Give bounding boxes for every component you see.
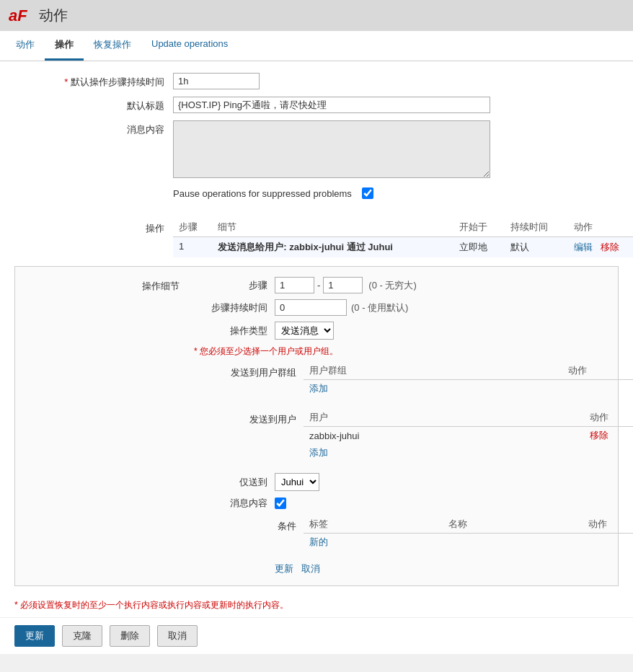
user-table: 用户 动作 zabbix-juhui 移除 bbox=[304, 409, 633, 461]
row-detail-text: 发送消息给用户: zabbix-juhui 通过 Juhui bbox=[218, 242, 393, 252]
op-detail-content: 步骤 - (0 - 无穷大) 步骤持续时间 (0 - 使用默认) bbox=[188, 277, 633, 575]
col-action: 动作 bbox=[568, 218, 633, 237]
step-from-input[interactable] bbox=[275, 277, 314, 293]
step-duration-row: 步骤持续时间 (0 - 使用默认) bbox=[188, 299, 633, 316]
operations-section: 操作 步骤 细节 开始于 持续时间 动作 1 bbox=[0, 218, 633, 257]
update-button[interactable]: 更新 bbox=[14, 625, 55, 647]
step-dash: - bbox=[317, 280, 320, 291]
user-row-1: zabbix-juhui 移除 bbox=[304, 427, 633, 445]
ops-label-row: 操作 步骤 细节 开始于 持续时间 动作 1 bbox=[14, 218, 619, 257]
cond-add-link[interactable]: 新的 bbox=[309, 536, 328, 547]
user-section-row: 发送到用户 用户 动作 bbox=[188, 409, 633, 466]
col-start: 开始于 bbox=[453, 218, 505, 237]
op-detail-main-label: 操作细节 bbox=[30, 277, 188, 293]
col-duration: 持续时间 bbox=[505, 218, 568, 237]
default-duration-input[interactable] bbox=[173, 73, 260, 89]
user-section-content: 用户 动作 zabbix-juhui 移除 bbox=[304, 409, 633, 466]
u-col-action: 动作 bbox=[584, 409, 633, 427]
edit-link[interactable]: 编辑 bbox=[574, 242, 593, 252]
user-group-content: 用户群组 动作 添加 bbox=[304, 362, 633, 402]
tabs: 动作 操作 恢复操作 Update operations bbox=[0, 31, 633, 61]
user-name: zabbix-juhui bbox=[304, 427, 584, 445]
u-col-user: 用户 bbox=[304, 409, 584, 427]
pause-row: Pause operations for suppressed problems bbox=[14, 187, 619, 199]
tab-recovery[interactable]: 恢复操作 bbox=[84, 31, 141, 61]
default-subject-input[interactable] bbox=[173, 97, 490, 113]
msg-content-label: 消息内容 bbox=[188, 497, 275, 510]
user-group-row: 发送到用户群组 用户群组 动作 bbox=[188, 362, 633, 402]
message-content-textarea[interactable] bbox=[173, 120, 490, 178]
op-update-link[interactable]: 更新 bbox=[275, 563, 293, 574]
default-subject-label: 默认标题 bbox=[14, 97, 173, 112]
op-detail-section: 操作细节 步骤 - (0 - 无穷大) 步骤持续时间 bbox=[14, 266, 619, 586]
send-to-select[interactable]: Juhui bbox=[275, 473, 319, 491]
op-detail-buttons: 更新 取消 bbox=[275, 562, 633, 575]
user-add-link[interactable]: 添加 bbox=[309, 447, 328, 458]
main-content: 动作 操作 恢复操作 Update operations 默认操作步骤持续时间 … bbox=[0, 31, 633, 654]
cancel-button[interactable]: 取消 bbox=[157, 625, 198, 647]
op-type-row: 操作类型 发送消息 bbox=[188, 322, 633, 340]
cond-col-tag: 标签 bbox=[304, 516, 443, 534]
conditions-label: 条件 bbox=[188, 516, 304, 533]
op-detail-label-row: 操作细节 步骤 - (0 - 无穷大) 步骤持续时间 bbox=[30, 277, 603, 575]
pause-text: Pause operations for suppressed problems bbox=[173, 188, 352, 199]
top-bar: aF 动作 bbox=[0, 0, 633, 31]
user-group-table: 用户群组 动作 添加 bbox=[304, 362, 633, 397]
page-title: 动作 bbox=[39, 6, 68, 25]
step-hint: (0 - 无穷大) bbox=[368, 279, 416, 292]
ug-col-action: 动作 bbox=[562, 362, 633, 380]
step-to-input[interactable] bbox=[323, 277, 363, 293]
form-section: 默认操作步骤持续时间 默认标题 消息内容 Pause operations fo… bbox=[0, 61, 633, 218]
op-detail-wrapper: 操作细节 步骤 - (0 - 无穷大) 步骤持续时间 bbox=[0, 266, 633, 586]
row-actions: 编辑 移除 bbox=[568, 237, 633, 258]
ug-add-row: 添加 bbox=[304, 380, 633, 398]
cond-col-action: 动作 bbox=[583, 516, 633, 534]
step-duration-label: 步骤持续时间 bbox=[188, 301, 275, 314]
message-content-control bbox=[173, 120, 619, 180]
tab-operations[interactable]: 操作 bbox=[45, 31, 84, 61]
tab-actions[interactable]: 动作 bbox=[6, 31, 45, 61]
op-cancel-link[interactable]: 取消 bbox=[301, 563, 320, 574]
clone-button[interactable]: 克隆 bbox=[62, 625, 102, 647]
default-subject-control bbox=[173, 97, 619, 113]
pause-control: Pause operations for suppressed problems bbox=[173, 187, 619, 199]
op-type-select[interactable]: 发送消息 bbox=[275, 322, 334, 340]
table-row: 1 发送消息给用户: zabbix-juhui 通过 Juhui 立即地 默认 … bbox=[173, 237, 633, 258]
duration-hint: (0 - 使用默认) bbox=[351, 301, 408, 314]
ops-table-wrap: 步骤 细节 开始于 持续时间 动作 1 发送消息给用户: zabbix-juhu… bbox=[173, 218, 633, 257]
ug-add-link[interactable]: 添加 bbox=[309, 383, 328, 394]
col-detail: 细节 bbox=[212, 218, 453, 237]
step-row: 步骤 - (0 - 无穷大) bbox=[188, 277, 633, 293]
ops-table: 步骤 细节 开始于 持续时间 动作 1 发送消息给用户: zabbix-juhu… bbox=[173, 218, 633, 257]
ug-col-group: 用户群组 bbox=[304, 362, 562, 380]
logo: aF bbox=[9, 6, 27, 25]
must-select-note: * 您必须至少选择一个用户或用户组。 bbox=[194, 345, 633, 358]
msg-content-row: 消息内容 bbox=[188, 497, 633, 510]
ops-section-label: 操作 bbox=[14, 218, 173, 235]
pause-label bbox=[14, 187, 173, 190]
op-type-label: 操作类型 bbox=[188, 324, 275, 337]
pause-checkbox[interactable] bbox=[362, 187, 373, 199]
step-range: - (0 - 无穷大) bbox=[275, 277, 417, 293]
remove-link[interactable]: 移除 bbox=[601, 242, 619, 252]
cond-col-name: 名称 bbox=[443, 516, 582, 534]
default-duration-control bbox=[173, 73, 619, 89]
msg-content-checkbox[interactable] bbox=[275, 498, 286, 509]
step-label: 步骤 bbox=[188, 279, 275, 292]
default-duration-label: 默认操作步骤持续时间 bbox=[14, 73, 173, 89]
default-subject-row: 默认标题 bbox=[14, 97, 619, 113]
conditions-table: 标签 名称 动作 新的 bbox=[304, 516, 633, 551]
delete-button[interactable]: 删除 bbox=[110, 625, 150, 647]
col-step: 步骤 bbox=[173, 218, 212, 237]
conditions-row: 条件 标签 名称 动作 bbox=[188, 516, 633, 555]
row-detail: 发送消息给用户: zabbix-juhui 通过 Juhui bbox=[212, 237, 453, 258]
user-remove: 移除 bbox=[584, 427, 633, 445]
row-step: 1 bbox=[173, 237, 212, 258]
step-duration-input[interactable] bbox=[275, 299, 347, 316]
message-content-row: 消息内容 bbox=[14, 120, 619, 180]
bottom-buttons: 更新 克隆 删除 取消 bbox=[0, 617, 633, 654]
row-duration: 默认 bbox=[505, 237, 568, 258]
bottom-note-wrapper: * 必须设置恢复时的至少一个执行内容或执行内容或更新时的执行内容。 bbox=[0, 593, 633, 617]
tab-update-ops[interactable]: Update operations bbox=[141, 31, 238, 61]
user-remove-link[interactable]: 移除 bbox=[590, 430, 608, 441]
